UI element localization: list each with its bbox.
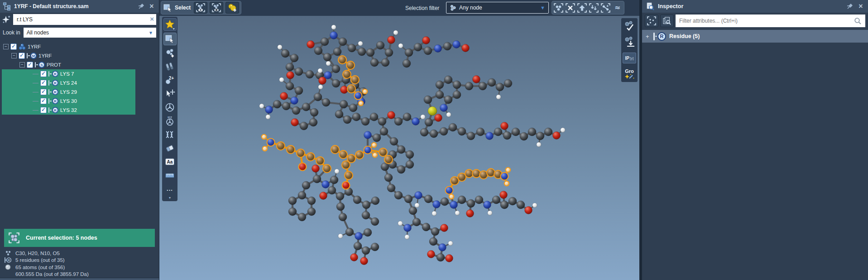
chevron-down-icon: ▼	[540, 5, 545, 10]
tree-node-residue[interactable]: R LYS 29	[0, 87, 159, 97]
bond-tool-button[interactable]	[163, 61, 177, 72]
move-tool-button[interactable]	[163, 88, 177, 100]
checkbox[interactable]	[40, 71, 47, 77]
stat-text: 600.555 Da (out of 3855.97 Da)	[15, 271, 89, 277]
ipython-console-button[interactable]: IP[y]	[623, 51, 636, 65]
look-in-value: All nodes	[27, 29, 146, 36]
gromacs-wizard-button[interactable]: Gro	[623, 67, 636, 81]
more-tools-button[interactable]: ...	[163, 183, 177, 195]
stat-residues: R 5 residues (out of 35)	[4, 257, 157, 264]
tree-connector	[33, 101, 38, 101]
node-tree: 1YRF M 1YRF S PROT R LYS 7	[0, 42, 159, 115]
residue-icon: R	[48, 89, 58, 95]
helix-tool-button[interactable]	[163, 129, 177, 140]
tree-node-label: LYS 24	[60, 80, 77, 86]
expand-selection-up-button[interactable]	[577, 3, 587, 13]
tree-node-label: 1YRF	[38, 53, 52, 58]
tree-node-residue[interactable]: R LYS 32	[0, 106, 159, 115]
tree-node-molecule[interactable]: M 1YRF	[0, 51, 159, 60]
apps-toolbar: IP[y] Gro	[621, 18, 638, 82]
expander-icon[interactable]	[19, 62, 25, 68]
inspect-documents-button[interactable]	[660, 14, 674, 27]
structure-icon	[19, 43, 26, 50]
tree-node-label: PROT	[47, 62, 61, 68]
toolbar-overflow-icon[interactable]: ▾	[169, 197, 171, 199]
clear-search-icon[interactable]: ×	[150, 15, 154, 23]
ruler-tool-button[interactable]	[163, 169, 177, 181]
tree-node-chain[interactable]: S PROT	[0, 60, 159, 69]
select-all-button[interactable]	[553, 3, 564, 13]
molecule-icon: M	[27, 53, 37, 59]
add-group-button[interactable]	[225, 2, 239, 14]
look-in-dropdown[interactable]: All nodes ▼	[24, 28, 156, 38]
svg-text:Aa: Aa	[167, 159, 173, 164]
look-in-row: Look in All nodes ▼	[0, 26, 159, 39]
stat-text: C30, H20, N10, O5	[15, 251, 60, 256]
tree-node-label: LYS 30	[60, 98, 77, 104]
tree-node-residue[interactable]: R LYS 7	[0, 69, 159, 78]
checkbox[interactable]	[40, 107, 47, 113]
eraser-tool-button[interactable]	[163, 142, 177, 154]
edit-tools-toolbar: 2+ XYZ Aa ... ▾	[162, 17, 177, 201]
tree-node-residue[interactable]: R LYS 30	[0, 97, 159, 106]
checkbox[interactable]	[40, 89, 47, 95]
residue-icon: R	[48, 98, 58, 104]
inspector-titlebar: Inspector ×	[642, 0, 868, 13]
select-tool-group: Select	[161, 1, 241, 14]
node-search-input[interactable]	[13, 14, 156, 25]
pin-icon[interactable]	[846, 3, 854, 10]
viewport-3d[interactable]: 2+ XYZ Aa ... ▾	[159, 16, 639, 280]
select-similar-button[interactable]: ≈	[612, 3, 623, 13]
inspect-selection-button[interactable]	[645, 14, 658, 27]
pin-icon[interactable]	[138, 3, 145, 10]
search-icon	[854, 17, 862, 25]
checkbox[interactable]	[10, 43, 17, 50]
label-tool-button[interactable]: Aa	[163, 156, 177, 168]
panel-resize-handle[interactable]	[0, 278, 159, 280]
expander-icon[interactable]	[3, 44, 9, 49]
close-icon[interactable]: ×	[148, 3, 155, 10]
checkbox[interactable]	[27, 62, 33, 68]
validate-structures-button[interactable]	[623, 19, 636, 33]
presets-star-button[interactable]	[163, 18, 177, 31]
tree-node-label: 1YRF	[28, 44, 41, 49]
atom-count-icon	[4, 264, 12, 270]
expander-icon[interactable]	[11, 53, 17, 58]
checkbox[interactable]	[19, 53, 25, 59]
hide-selection-button[interactable]	[210, 2, 223, 14]
twister-tool-button[interactable]	[163, 101, 177, 113]
svg-text:XYZ: XYZ	[168, 116, 172, 119]
show-selection-button[interactable]	[194, 2, 207, 14]
current-selection-banner: Current selection: 5 nodes	[4, 229, 155, 247]
tree-connector	[33, 92, 38, 92]
expand-selection-down-button[interactable]	[589, 3, 599, 13]
stat-mass: 600.555 Da (out of 3855.97 Da)	[4, 271, 157, 278]
close-icon[interactable]: ×	[857, 3, 864, 10]
node-search-row: ×	[0, 13, 159, 26]
tree-node-label: LYS 32	[60, 107, 77, 113]
formula-icon	[4, 251, 12, 256]
tree-node-label: LYS 7	[60, 71, 74, 77]
import-structures-button[interactable]	[623, 35, 636, 49]
checkbox[interactable]	[40, 80, 47, 86]
charge-tool-button[interactable]: 2+	[163, 74, 177, 86]
add-atom-tool-button[interactable]	[163, 47, 177, 59]
inspector-title: Inspector	[658, 3, 843, 10]
tree-node-structure[interactable]: 1YRF	[0, 42, 159, 51]
residue-icon: R	[48, 80, 58, 86]
attribute-filter-input[interactable]	[679, 18, 851, 24]
select-bonds-button[interactable]	[600, 3, 611, 13]
stat-text: 65 atoms (out of 356)	[15, 265, 65, 270]
checkbox[interactable]	[40, 98, 47, 104]
selection-filter-dropdown[interactable]: Any node ▼	[446, 2, 549, 14]
deselect-all-button[interactable]	[565, 3, 575, 13]
select-tool-button[interactable]	[163, 33, 177, 45]
inspector-residue-group[interactable]: + R Residue (5)	[642, 30, 868, 43]
tree-node-residue[interactable]: R LYS 24	[0, 78, 159, 87]
inspector-panel: Inspector × + R Residue (5)	[642, 0, 868, 280]
xyz-twister-tool-button[interactable]: XYZ	[163, 115, 177, 127]
look-in-label: Look in	[3, 29, 20, 36]
expander-plus-icon[interactable]: +	[646, 33, 650, 40]
tree-connector	[33, 74, 38, 74]
attribute-filter-field	[676, 14, 865, 27]
